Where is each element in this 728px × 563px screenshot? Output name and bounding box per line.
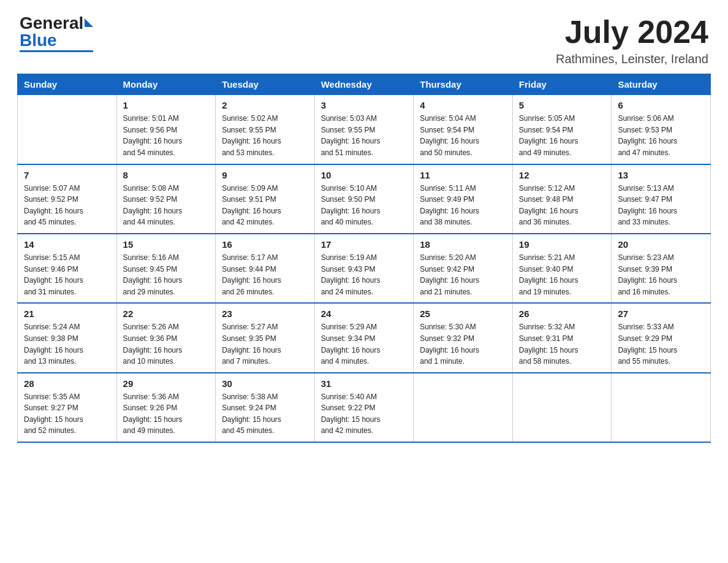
calendar-cell: 31Sunrise: 5:40 AM Sunset: 9:22 PM Dayli… bbox=[314, 373, 414, 442]
calendar-cell: 25Sunrise: 5:30 AM Sunset: 9:32 PM Dayli… bbox=[414, 303, 513, 372]
day-info: Sunrise: 5:02 AM Sunset: 9:55 PM Dayligh… bbox=[222, 113, 308, 158]
calendar-cell bbox=[612, 373, 711, 442]
day-info: Sunrise: 5:01 AM Sunset: 9:56 PM Dayligh… bbox=[123, 113, 210, 158]
page-title: July 2024 bbox=[556, 15, 708, 50]
day-info: Sunrise: 5:09 AM Sunset: 9:51 PM Dayligh… bbox=[222, 183, 308, 228]
calendar-week-row: 28Sunrise: 5:35 AM Sunset: 9:27 PM Dayli… bbox=[18, 373, 711, 442]
calendar-header-row: SundayMondayTuesdayWednesdayThursdayFrid… bbox=[18, 74, 711, 95]
day-number: 27 bbox=[618, 308, 704, 319]
col-header-wednesday: Wednesday bbox=[314, 74, 414, 95]
day-number: 11 bbox=[420, 170, 506, 180]
calendar-cell: 5Sunrise: 5:05 AM Sunset: 9:54 PM Daylig… bbox=[512, 95, 612, 164]
day-info: Sunrise: 5:30 AM Sunset: 9:32 PM Dayligh… bbox=[420, 321, 506, 367]
calendar-cell bbox=[512, 373, 612, 442]
day-info: Sunrise: 5:40 AM Sunset: 9:22 PM Dayligh… bbox=[321, 391, 408, 437]
calendar-cell: 21Sunrise: 5:24 AM Sunset: 9:38 PM Dayli… bbox=[18, 303, 117, 372]
calendar-cell: 2Sunrise: 5:02 AM Sunset: 9:55 PM Daylig… bbox=[216, 95, 315, 164]
day-info: Sunrise: 5:04 AM Sunset: 9:54 PM Dayligh… bbox=[420, 113, 506, 158]
logo-blue: Blue bbox=[20, 32, 57, 49]
day-number: 29 bbox=[123, 378, 210, 389]
day-number: 30 bbox=[222, 378, 308, 389]
day-info: Sunrise: 5:10 AM Sunset: 9:50 PM Dayligh… bbox=[321, 183, 408, 228]
logo-general: General bbox=[20, 15, 83, 32]
day-info: Sunrise: 5:33 AM Sunset: 9:29 PM Dayligh… bbox=[618, 321, 704, 367]
col-header-friday: Friday bbox=[512, 74, 612, 95]
calendar-cell: 22Sunrise: 5:26 AM Sunset: 9:36 PM Dayli… bbox=[116, 303, 216, 372]
day-number: 24 bbox=[321, 308, 408, 319]
calendar-cell: 4Sunrise: 5:04 AM Sunset: 9:54 PM Daylig… bbox=[414, 95, 513, 164]
calendar-cell: 6Sunrise: 5:06 AM Sunset: 9:53 PM Daylig… bbox=[612, 95, 711, 164]
logo-underline bbox=[20, 50, 93, 52]
logo: General Blue bbox=[20, 15, 93, 52]
calendar-cell: 26Sunrise: 5:32 AM Sunset: 9:31 PM Dayli… bbox=[512, 303, 612, 372]
day-info: Sunrise: 5:06 AM Sunset: 9:53 PM Dayligh… bbox=[618, 113, 704, 158]
day-number: 14 bbox=[24, 239, 110, 250]
calendar-cell bbox=[18, 95, 117, 164]
calendar-cell: 14Sunrise: 5:15 AM Sunset: 9:46 PM Dayli… bbox=[18, 234, 117, 303]
col-header-thursday: Thursday bbox=[414, 74, 513, 95]
day-info: Sunrise: 5:07 AM Sunset: 9:52 PM Dayligh… bbox=[24, 183, 110, 228]
day-info: Sunrise: 5:16 AM Sunset: 9:45 PM Dayligh… bbox=[123, 252, 210, 297]
day-number: 5 bbox=[519, 100, 605, 110]
calendar-cell: 24Sunrise: 5:29 AM Sunset: 9:34 PM Dayli… bbox=[314, 303, 414, 372]
day-number: 15 bbox=[123, 239, 210, 250]
day-info: Sunrise: 5:27 AM Sunset: 9:35 PM Dayligh… bbox=[222, 321, 308, 367]
day-info: Sunrise: 5:05 AM Sunset: 9:54 PM Dayligh… bbox=[519, 113, 605, 158]
calendar-cell: 1Sunrise: 5:01 AM Sunset: 9:56 PM Daylig… bbox=[116, 95, 216, 164]
calendar-week-row: 1Sunrise: 5:01 AM Sunset: 9:56 PM Daylig… bbox=[18, 95, 711, 164]
calendar-week-row: 21Sunrise: 5:24 AM Sunset: 9:38 PM Dayli… bbox=[18, 303, 711, 372]
day-number: 6 bbox=[618, 100, 704, 110]
day-info: Sunrise: 5:13 AM Sunset: 9:47 PM Dayligh… bbox=[618, 183, 704, 228]
calendar-cell: 18Sunrise: 5:20 AM Sunset: 9:42 PM Dayli… bbox=[414, 234, 513, 303]
calendar-cell: 9Sunrise: 5:09 AM Sunset: 9:51 PM Daylig… bbox=[216, 164, 315, 234]
day-number: 9 bbox=[222, 170, 308, 180]
day-number: 8 bbox=[123, 170, 210, 180]
calendar-cell: 7Sunrise: 5:07 AM Sunset: 9:52 PM Daylig… bbox=[18, 164, 117, 234]
day-number: 18 bbox=[420, 239, 506, 250]
day-number: 19 bbox=[519, 239, 605, 250]
calendar-cell: 19Sunrise: 5:21 AM Sunset: 9:40 PM Dayli… bbox=[512, 234, 612, 303]
calendar-cell: 8Sunrise: 5:08 AM Sunset: 9:52 PM Daylig… bbox=[116, 164, 216, 234]
calendar-cell: 13Sunrise: 5:13 AM Sunset: 9:47 PM Dayli… bbox=[612, 164, 711, 234]
day-info: Sunrise: 5:08 AM Sunset: 9:52 PM Dayligh… bbox=[123, 183, 210, 228]
day-number: 26 bbox=[519, 308, 605, 319]
col-header-saturday: Saturday bbox=[612, 74, 711, 95]
calendar-cell: 17Sunrise: 5:19 AM Sunset: 9:43 PM Dayli… bbox=[314, 234, 414, 303]
col-header-sunday: Sunday bbox=[18, 74, 117, 95]
calendar-week-row: 14Sunrise: 5:15 AM Sunset: 9:46 PM Dayli… bbox=[18, 234, 711, 303]
day-info: Sunrise: 5:26 AM Sunset: 9:36 PM Dayligh… bbox=[123, 321, 210, 367]
day-number: 23 bbox=[222, 308, 308, 319]
calendar-cell bbox=[414, 373, 513, 442]
calendar-cell: 11Sunrise: 5:11 AM Sunset: 9:49 PM Dayli… bbox=[414, 164, 513, 234]
day-info: Sunrise: 5:23 AM Sunset: 9:39 PM Dayligh… bbox=[618, 252, 704, 297]
calendar-cell: 15Sunrise: 5:16 AM Sunset: 9:45 PM Dayli… bbox=[116, 234, 216, 303]
day-info: Sunrise: 5:12 AM Sunset: 9:48 PM Dayligh… bbox=[519, 183, 605, 228]
day-number: 10 bbox=[321, 170, 408, 180]
day-info: Sunrise: 5:03 AM Sunset: 9:55 PM Dayligh… bbox=[321, 113, 408, 158]
calendar-cell: 27Sunrise: 5:33 AM Sunset: 9:29 PM Dayli… bbox=[612, 303, 711, 372]
calendar-cell: 16Sunrise: 5:17 AM Sunset: 9:44 PM Dayli… bbox=[216, 234, 315, 303]
day-info: Sunrise: 5:11 AM Sunset: 9:49 PM Dayligh… bbox=[420, 183, 506, 228]
calendar-cell: 20Sunrise: 5:23 AM Sunset: 9:39 PM Dayli… bbox=[612, 234, 711, 303]
day-number: 4 bbox=[420, 100, 506, 110]
day-number: 20 bbox=[618, 239, 704, 250]
calendar-cell: 10Sunrise: 5:10 AM Sunset: 9:50 PM Dayli… bbox=[314, 164, 414, 234]
calendar-cell: 3Sunrise: 5:03 AM Sunset: 9:55 PM Daylig… bbox=[314, 95, 414, 164]
calendar-cell: 23Sunrise: 5:27 AM Sunset: 9:35 PM Dayli… bbox=[216, 303, 315, 372]
page-header: General Blue July 2024 Rathmines, Leinst… bbox=[0, 0, 728, 74]
calendar-table: SundayMondayTuesdayWednesdayThursdayFrid… bbox=[17, 74, 711, 443]
day-info: Sunrise: 5:24 AM Sunset: 9:38 PM Dayligh… bbox=[24, 321, 110, 367]
day-info: Sunrise: 5:15 AM Sunset: 9:46 PM Dayligh… bbox=[24, 252, 110, 297]
calendar-cell: 12Sunrise: 5:12 AM Sunset: 9:48 PM Dayli… bbox=[512, 164, 612, 234]
day-number: 2 bbox=[222, 100, 308, 110]
day-number: 16 bbox=[222, 239, 308, 250]
day-number: 12 bbox=[519, 170, 605, 180]
day-number: 17 bbox=[321, 239, 408, 250]
day-info: Sunrise: 5:20 AM Sunset: 9:42 PM Dayligh… bbox=[420, 252, 506, 297]
logo-triangle-icon bbox=[85, 18, 93, 27]
day-number: 3 bbox=[321, 100, 408, 110]
page-subtitle: Rathmines, Leinster, Ireland bbox=[556, 52, 708, 66]
calendar-cell: 29Sunrise: 5:36 AM Sunset: 9:26 PM Dayli… bbox=[116, 373, 216, 442]
day-info: Sunrise: 5:38 AM Sunset: 9:24 PM Dayligh… bbox=[222, 391, 308, 437]
day-info: Sunrise: 5:21 AM Sunset: 9:40 PM Dayligh… bbox=[519, 252, 605, 297]
